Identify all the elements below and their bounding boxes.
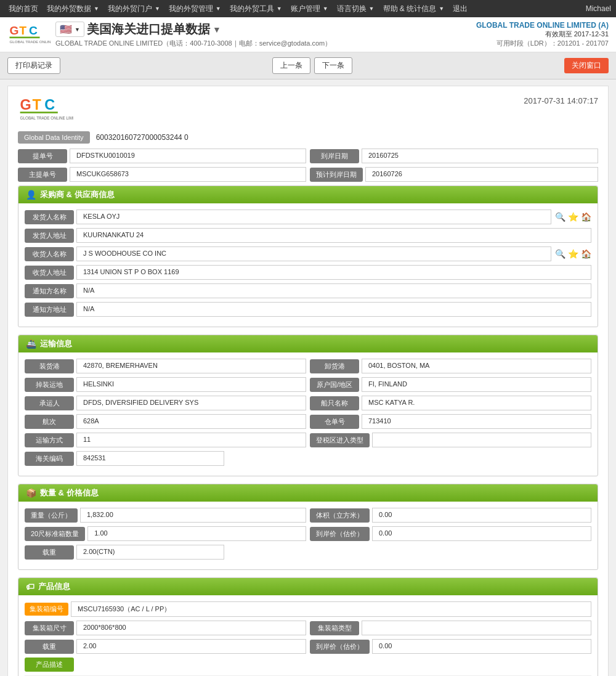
transport-row1: 装货港 42870, BREMERHAVEN 卸货港 0401, BOSTON,… <box>25 359 591 373</box>
ftz-label: 登税区进入类型 <box>310 433 370 447</box>
carrier-label: 承运人 <box>25 396 74 410</box>
consignee-name-value: J S WOODHOUSE CO INC <box>76 246 551 261</box>
discharge-port-row: 卸货港 0401, BOSTON, MA <box>310 359 591 373</box>
transport-icon: 🚢 <box>26 339 36 349</box>
customs-code-value: 842531 <box>76 451 224 466</box>
flag-dropdown-arrow: ▼ <box>75 26 80 33</box>
consignee-star-icon[interactable]: ⭐ <box>568 249 578 259</box>
shipper-search-icon[interactable]: 🔍 <box>555 212 565 222</box>
quantity-price-header: 📦 数量 & 价格信息 <box>18 484 598 502</box>
bill-no-row: 提单号 DFDSTKU0010019 <box>18 149 306 163</box>
svg-text:G: G <box>10 24 19 37</box>
volume-row: 体积（立方米） 0.00 <box>310 508 591 523</box>
record-logo: G T C GLOBAL TRADE ONLINE LIMITED <box>18 96 73 124</box>
close-button[interactable]: 关闭窗口 <box>564 58 609 73</box>
svg-text:C: C <box>29 24 38 37</box>
dropdown-arrow: ▼ <box>155 6 160 12</box>
customs-code-row: 海关编码 842531 <box>25 451 591 466</box>
container20-label: 20尺标准箱数量 <box>25 527 85 541</box>
consignee-addr-value: 1314 UNION ST P O BOX 1169 <box>76 265 591 280</box>
nav-tools[interactable]: 我的外贸工具▼ <box>226 1 286 17</box>
customs-code-label: 海关编码 <box>25 452 74 466</box>
weight-value: 1,832.00 <box>80 508 306 523</box>
voyage-label: 航次 <box>25 415 74 429</box>
discharge-port-label: 卸货港 <box>310 359 359 373</box>
transport-mode-value: 11 <box>76 433 306 447</box>
nav-manage[interactable]: 我的外贸管理▼ <box>165 1 225 17</box>
container-size-value: 2000*806*800 <box>76 621 306 635</box>
header-right-info: GLOBAL TRADE ONLINE LIMITED (A) 有效期至 201… <box>476 21 609 48</box>
toolbar-right: 关闭窗口 <box>564 58 609 73</box>
dropdown-arrow: ▼ <box>216 6 221 12</box>
volume-label: 体积（立方米） <box>310 508 370 523</box>
container-type-row: 集装箱类型 <box>310 621 591 635</box>
next-button[interactable]: 下一条 <box>314 57 352 74</box>
consignee-home-icon[interactable]: 🏠 <box>581 249 591 259</box>
container-no-value: MSCU7165930（AC / L / PP） <box>71 601 591 617</box>
dropdown-arrow: ▼ <box>369 6 375 12</box>
validity-date: 有效期至 2017-12-31 <box>476 30 609 39</box>
shipper-addr-label: 发货人地址 <box>25 229 74 243</box>
svg-text:T: T <box>19 24 26 37</box>
vessel-row: 船只名称 MSC KATYA R. <box>310 396 591 410</box>
weight-row: 重量（公斤） 1,832.00 <box>25 508 306 523</box>
product-arrival-price-value: 0.00 <box>372 639 591 654</box>
consignee-search-icon[interactable]: 🔍 <box>555 249 565 259</box>
transport-header: 🚢 运输信息 <box>18 335 598 352</box>
container20-row: 20尺标准箱数量 1.00 <box>25 526 306 541</box>
product-qty-row: 载重 2.00 <box>25 639 306 654</box>
bill-no-value: DFDSTKU0010019 <box>70 149 306 163</box>
warehouse-label: 仓单号 <box>310 415 359 429</box>
notify-addr-value: N/A <box>76 302 591 317</box>
toolbar-left: 打印易记录 <box>7 57 60 74</box>
product-qty-value: 2.00 <box>76 639 306 654</box>
stuffing-place-value: HELSINKI <box>76 377 306 392</box>
quantity-price-title: 数量 & 价格信息 <box>40 487 99 499</box>
consignee-addr-row: 收货人地址 1314 UNION ST P O BOX 1169 <box>25 265 591 280</box>
buyer-supplier-icon: 👤 <box>26 190 36 200</box>
nav-home[interactable]: 我的首页 <box>5 1 42 17</box>
container-no-row: 集装箱编号 MSCU7165930（AC / L / PP） <box>25 601 591 617</box>
arrival-date-value: 20160725 <box>362 149 598 163</box>
global-data-identity-row: Global Data Identity 6003201607270000532… <box>18 131 598 144</box>
qty-label: 载重 <box>25 545 74 560</box>
container-type-value <box>362 621 591 635</box>
bill-fields-row1: 提单号 DFDSTKU0010019 到岸日期 20160725 <box>18 149 598 163</box>
vessel-value: MSC KATYA R. <box>362 396 591 410</box>
master-bill-value: MSCUKG658673 <box>70 167 306 182</box>
product-qp-row: 载重 2.00 到岸价（估价） 0.00 <box>25 639 591 654</box>
nav-portal[interactable]: 我的外贸门户▼ <box>104 1 164 17</box>
top-navigation: 我的首页 我的外贸数据▼ 我的外贸门户▼ 我的外贸管理▼ 我的外贸工具▼ 账户管… <box>0 0 616 17</box>
product-arrival-price-label: 到岸价（估价） <box>310 640 370 654</box>
nav-logout[interactable]: 退出 <box>449 1 471 17</box>
est-arrival-label: 预计到岸日期 <box>310 168 363 182</box>
loading-port-row: 装货港 42870, BREMERHAVEN <box>25 359 306 373</box>
notify-addr-label: 通知方地址 <box>25 303 74 317</box>
notify-name-value: N/A <box>76 283 591 298</box>
shipper-star-icon[interactable]: ⭐ <box>568 212 578 222</box>
prev-button[interactable]: 上一条 <box>272 57 310 74</box>
svg-rect-4 <box>10 37 40 39</box>
arrival-price-label: 到岸价（估价） <box>310 527 370 541</box>
toolbar-nav: 上一条 下一条 <box>272 57 352 74</box>
print-button[interactable]: 打印易记录 <box>7 57 60 74</box>
origin-value: FI, FINLAND <box>362 377 591 392</box>
voyage-value: 628A <box>76 414 306 429</box>
shipper-name-value: KESLA OYJ <box>76 210 551 224</box>
consignee-icons: 🔍 ⭐ 🏠 <box>555 249 591 259</box>
nav-data[interactable]: 我的外贸数据▼ <box>43 1 103 17</box>
master-bill-label: 主提单号 <box>18 168 67 182</box>
origin-row: 原户国/地区 FI, FINLAND <box>310 377 591 392</box>
vessel-label: 船只名称 <box>310 396 359 410</box>
shipper-home-icon[interactable]: 🏠 <box>581 212 591 222</box>
nav-lang[interactable]: 语言切换▼ <box>333 1 378 17</box>
svg-text:C: C <box>44 97 55 113</box>
user-name: Michael <box>586 4 611 13</box>
nav-help[interactable]: 帮助 & 统计信息▼ <box>379 1 448 17</box>
nav-account[interactable]: 账户管理▼ <box>287 1 332 17</box>
volume-value: 0.00 <box>372 508 591 523</box>
header-title-area: 🇺🇸 ▼ 美国海关进口提单数据 ▼ GLOBAL TRADE ONLINE LI… <box>55 21 331 48</box>
product-arrival-price-row: 到岸价（估价） 0.00 <box>310 639 591 654</box>
consignee-name-label: 收货人名称 <box>25 247 74 261</box>
flag-selector[interactable]: 🇺🇸 ▼ <box>55 22 84 37</box>
